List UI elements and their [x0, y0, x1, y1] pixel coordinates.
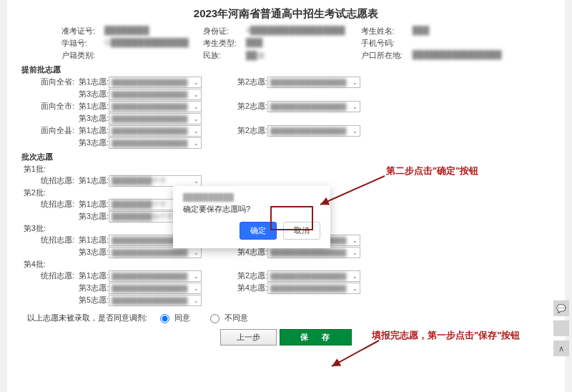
province-choice2-select[interactable]: ███████████████⌄: [267, 77, 360, 88]
choice3-label: 第3志愿:: [79, 248, 109, 258]
batch2-label: 第2批:: [21, 187, 50, 198]
consent-question: 以上志愿未被录取，是否同意调剂:: [27, 313, 147, 323]
consent-agree-label: 同意: [174, 313, 190, 323]
chevron-down-icon: ⌄: [352, 79, 358, 86]
chevron-down-icon: ⌄: [194, 250, 199, 256]
idcard-label: 身份证:: [200, 25, 243, 37]
choice2-label: 第2志愿:: [237, 77, 267, 87]
b4-choice1-select[interactable]: ███████████████⌄: [109, 270, 202, 282]
student-code-value: G██████████████: [102, 37, 200, 49]
b1-choice1-select[interactable]: ████████中学⌄: [109, 175, 202, 187]
dialog-cancel-button[interactable]: 取消: [283, 222, 320, 240]
chevron-down-icon: ⌄: [194, 140, 199, 147]
choice1-label: 第1志愿:: [79, 271, 109, 281]
scope-city: 面向全市:: [21, 102, 79, 112]
chevron-down-icon: ⌄: [352, 104, 358, 110]
consent-disagree-radio[interactable]: [210, 314, 220, 323]
annotation-step2-text: 第二步点击"确定"按钮: [386, 165, 478, 177]
track-label: 统招志愿:: [21, 235, 79, 245]
choice1-label: 第1志愿:: [79, 126, 109, 136]
chevron-down-icon: ⌄: [194, 298, 199, 304]
choice1-label: 第1志愿:: [79, 77, 109, 87]
chevron-down-icon: ⌄: [352, 273, 358, 280]
chevron-down-icon: ⌄: [352, 237, 358, 244]
choice4-label: 第4志愿:: [237, 248, 267, 258]
idcard-value: 4█████████████████: [243, 25, 358, 37]
choice5-label: 第5志愿:: [79, 295, 109, 305]
choice3-label: 第3志愿:: [79, 89, 109, 99]
hukou-loc-label: 户口所在地:: [358, 49, 410, 62]
city-choice2-select[interactable]: ███████████████⌄: [267, 101, 360, 112]
dialog-message: 确定要保存志愿吗?: [183, 204, 320, 215]
choice1-label: 第1志愿:: [79, 176, 109, 186]
hukou-cat-label: 户籍类别:: [59, 49, 102, 62]
b4-choice2-select[interactable]: ███████████████⌄: [267, 270, 360, 282]
batch1-label: 第1批:: [21, 164, 50, 175]
choice2-label: 第2志愿:: [237, 102, 267, 112]
phone-label: 手机号码:: [358, 37, 410, 49]
consent-agree-radio[interactable]: [160, 314, 169, 323]
exam-id-label: 准考证号:: [59, 25, 102, 37]
track-label: 统招志愿:: [21, 176, 79, 186]
chevron-down-icon: ⌄: [194, 116, 199, 122]
batch-header: 批次志愿: [21, 152, 551, 162]
phone-value: [410, 37, 513, 49]
student-code-label: 学籍号:: [59, 37, 102, 49]
choice3-label: 第3志愿:: [79, 114, 109, 124]
name-label: 考生姓名:: [358, 25, 410, 37]
b3-choice4-select[interactable]: ███████████████⌄: [267, 247, 360, 258]
b4-choice5-select[interactable]: ███████████████⌄: [109, 295, 202, 306]
choice1-label: 第1志愿:: [79, 235, 109, 245]
b4-choice4-select[interactable]: ███████████████⌄: [267, 283, 360, 294]
exam-id-value: ████████: [102, 25, 200, 37]
choice3-label: 第3志愿:: [79, 138, 109, 148]
chevron-down-icon: ⌄: [194, 79, 199, 86]
choice3-label: 第3志愿:: [79, 212, 109, 222]
type-value: ███: [243, 37, 358, 49]
hukou-cat-value: [102, 49, 200, 62]
save-button[interactable]: 保 存: [280, 329, 352, 346]
county-choice3-select[interactable]: ███████████████⌄: [109, 137, 202, 149]
chevron-down-icon: ⌄: [352, 285, 358, 292]
chevron-down-icon: ⌄: [194, 92, 199, 98]
float-chat-icon[interactable]: 💬: [553, 300, 569, 316]
page-title: 2023年河南省普通高中招生考试志愿表: [21, 7, 551, 21]
city-choice3-select[interactable]: ███████████████⌄: [109, 113, 202, 124]
nation-label: 民族:: [200, 49, 243, 62]
choice2-label: 第2志愿:: [237, 126, 267, 136]
chevron-down-icon: ⌄: [194, 128, 199, 134]
county-choice2-select[interactable]: ███████████████⌄: [267, 125, 360, 137]
track-label: 统招志愿:: [21, 271, 79, 281]
consent-disagree-label: 不同意: [225, 313, 248, 323]
pre-batch-header: 提前批志愿: [21, 64, 551, 75]
choice1-label: 第1志愿:: [79, 200, 109, 210]
name-value: ███: [410, 25, 513, 37]
scope-county: 面向全县:: [21, 126, 79, 136]
batch4-label: 第4批:: [21, 259, 50, 270]
b3-choice3-select[interactable]: ███████████████⌄: [109, 247, 202, 258]
float-top-icon[interactable]: ∧: [553, 340, 569, 356]
dialog-ok-button[interactable]: 确定: [240, 222, 277, 240]
hukou-loc-value: ████████████████: [410, 49, 513, 62]
type-label: 考生类型:: [200, 37, 243, 49]
city-choice1-select[interactable]: ███████████████⌄: [109, 101, 202, 112]
annotation-step1-text: 填报完志愿，第一步点击"保存"按钮: [372, 329, 520, 342]
choice2-label: 第2志愿:: [237, 271, 267, 281]
county-choice1-select[interactable]: ███████████████⌄: [109, 125, 202, 137]
choice1-label: 第1志愿:: [79, 102, 109, 112]
chevron-down-icon: ⌄: [352, 128, 358, 134]
dialog-host: ██████████: [183, 193, 320, 201]
choice3-label: 第3志愿:: [79, 283, 109, 293]
b4-choice3-select[interactable]: ███████████████⌄: [109, 283, 202, 294]
chevron-down-icon: ⌄: [352, 250, 358, 256]
prev-button[interactable]: 上一步: [220, 329, 277, 346]
chevron-down-icon: ⌄: [194, 178, 199, 185]
chevron-down-icon: ⌄: [194, 104, 199, 110]
province-choice1-select[interactable]: ███████████████⌄: [109, 77, 202, 88]
chevron-down-icon: ⌄: [194, 285, 199, 292]
confirm-dialog: ██████████ 确定要保存志愿吗? 确定 取消: [173, 186, 330, 248]
batch3-label: 第3批:: [21, 223, 50, 234]
float-unknown-icon[interactable]: [553, 320, 569, 336]
choice4-label: 第4志愿:: [237, 283, 267, 293]
province-choice3-select[interactable]: ███████████████⌄: [109, 89, 202, 100]
